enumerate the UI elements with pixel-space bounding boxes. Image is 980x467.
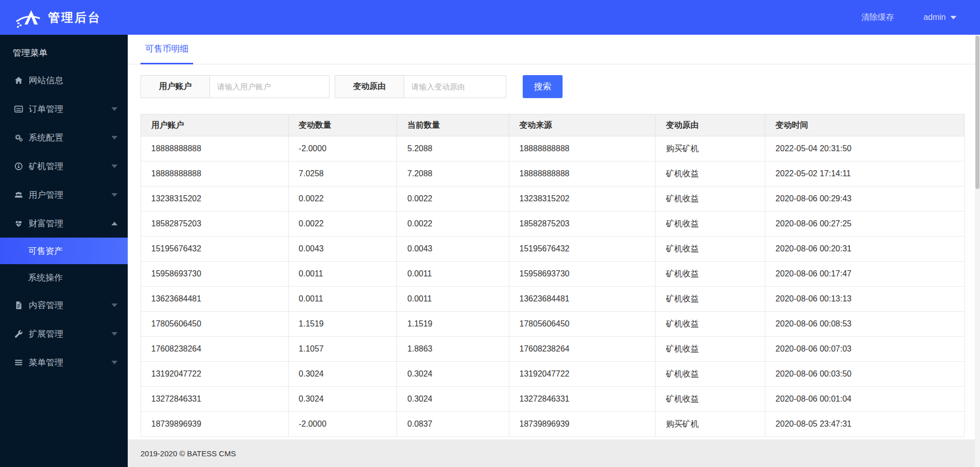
table-cell: 0.3024 [397,387,509,412]
table-cell: 1.1057 [288,337,397,362]
clear-cache-button[interactable]: 清除缓存 [861,12,894,23]
sidebar-item-9[interactable]: 扩展管理 [0,319,128,348]
table-cell: 0.0022 [288,186,397,212]
table-cell: 13272846331 [141,387,289,412]
column-header: 变动时间 [765,114,964,136]
cogs-icon [13,133,24,142]
search-button[interactable]: 搜索 [523,75,563,98]
app-title: 管理后台 [48,10,101,26]
table-cell: 0.3024 [288,362,397,387]
sidebar-item-6[interactable]: 可售资产 [0,238,128,264]
table-cell: 矿机收益 [656,186,765,212]
table-cell: 矿机收益 [656,387,765,412]
table-cell: 1.8863 [397,337,509,362]
table-row: 132383152020.00220.002213238315202矿机收益20… [141,186,965,212]
sidebar-item-4[interactable]: 用户管理 [0,180,128,209]
sidebar-item-5[interactable]: 财富管理 [0,209,128,238]
table-cell: 0.0011 [288,262,397,287]
tab-bar: 可售币明细 [128,35,975,64]
sidebar-menu-title: 管理菜单 [0,35,128,66]
column-header: 当前数量 [397,114,509,136]
sidebar-item-label: 网站信息 [29,75,63,86]
table-cell: 2020-08-06 00:17:47 [765,262,964,287]
sidebar-item-7[interactable]: 系统操作 [0,264,128,291]
table-row: 132728463310.30240.302413272846331矿机收益20… [141,387,965,412]
table-cell: 矿机收益 [656,312,765,337]
top-header-bar: 管理后台 清除缓存 admin [0,0,980,35]
account-input[interactable] [210,75,330,98]
table-cell: -2.0000 [288,136,397,161]
table-cell: 0.3024 [288,387,397,412]
table-cell: -2.0000 [288,412,397,437]
table-cell: 18739896939 [141,412,289,437]
heartbeat-icon [13,219,24,228]
table-cell: 1.1519 [288,312,397,337]
table-cell: 18888888888 [141,161,289,186]
table-cell: 2020-08-06 00:27:25 [765,212,964,237]
table-cell: 0.0837 [397,412,509,437]
account-input-group: 用户账户 [141,75,330,98]
column-header: 变动数量 [288,114,397,136]
table-cell: 2022-05-02 17:14:11 [765,161,964,186]
sidebar-item-label: 可售资产 [28,245,63,257]
sidebar-item-1[interactable]: 订单管理 [0,95,128,123]
miner-icon [13,162,24,171]
reason-input[interactable] [404,75,506,98]
table-cell: 5.2088 [397,136,509,161]
table-row: 131920477220.30240.302413192047722矿机收益20… [141,362,965,387]
sidebar-item-0[interactable]: 网站信息 [0,66,128,95]
brand: 管理后台 [0,6,128,29]
table-cell: 2020-08-06 00:20:31 [765,237,964,262]
table-row: 151956764320.00430.004315195676432矿机收益20… [141,237,965,262]
list-icon [13,105,24,113]
copyright-text: 2019-2020 © BATESS CMS [141,449,236,458]
sidebar-item-2[interactable]: 系统配置 [0,123,128,152]
table-cell: 0.3024 [397,362,509,387]
chevron-up-icon [111,222,118,225]
table-cell: 18582875203 [509,212,656,237]
table-row: 178056064501.15191.151917805606450矿机收益20… [141,312,965,337]
table-cell: 15195676432 [141,237,289,262]
sidebar-item-3[interactable]: 矿机管理 [0,152,128,180]
sidebar-item-label: 菜单管理 [29,357,63,368]
table-cell: 13623684481 [141,287,289,312]
user-dropdown[interactable]: admin [923,13,956,22]
table-cell: 13192047722 [141,362,289,387]
reason-input-group: 变动原由 [335,75,506,98]
scrollbar-thumb[interactable] [975,36,979,189]
table-cell: 2020-08-06 00:07:03 [765,337,964,362]
table-cell: 15958693730 [141,262,289,287]
sidebar-item-8[interactable]: 内容管理 [0,291,128,319]
table-cell: 0.0022 [397,186,509,212]
sidebar-menu: 网站信息订单管理系统配置矿机管理用户管理财富管理可售资产系统操作内容管理扩展管理… [0,66,128,377]
sidebar-item-10[interactable]: 菜单管理 [0,348,128,377]
table-cell: 13272846331 [509,387,656,412]
search-form: 用户账户 变动原由 搜索 [141,75,965,98]
table-cell: 2020-08-06 00:01:04 [765,387,964,412]
table-cell: 矿机收益 [656,262,765,287]
table-cell: 13623684481 [509,287,656,312]
chevron-down-icon [111,332,118,336]
table-cell: 18739896939 [509,412,656,437]
table-cell: 2020-08-06 00:03:50 [765,362,964,387]
table-cell: 17608238264 [509,337,656,362]
table-cell: 18888888888 [509,161,656,186]
table-cell: 17608238264 [141,337,289,362]
table-cell: 0.0011 [397,262,509,287]
wrench-icon [13,330,24,338]
tab-sellable-coin-detail[interactable]: 可售币明细 [141,35,193,64]
table-cell: 矿机收益 [656,237,765,262]
chevron-down-icon [111,361,118,364]
chevron-down-icon [111,165,118,168]
table-row: 185828752030.00220.002218582875203矿机收益20… [141,212,965,237]
vertical-scrollbar[interactable] [975,35,980,467]
table-cell: 2022-05-04 20:31:50 [765,136,964,161]
file-icon [13,301,24,310]
table-cell: 18582875203 [141,212,289,237]
sidebar-item-label: 矿机管理 [29,160,63,172]
table-row: 136236844810.00110.001113623684481矿机收益20… [141,287,965,312]
table-cell: 矿机收益 [656,362,765,387]
main-panel: 可售币明细 用户账户 变动原由 搜索 用户账户变动数量当前数量变动来源变动原由变… [128,35,975,467]
sidebar-item-label: 内容管理 [29,299,63,311]
table-cell: 矿机收益 [656,287,765,312]
